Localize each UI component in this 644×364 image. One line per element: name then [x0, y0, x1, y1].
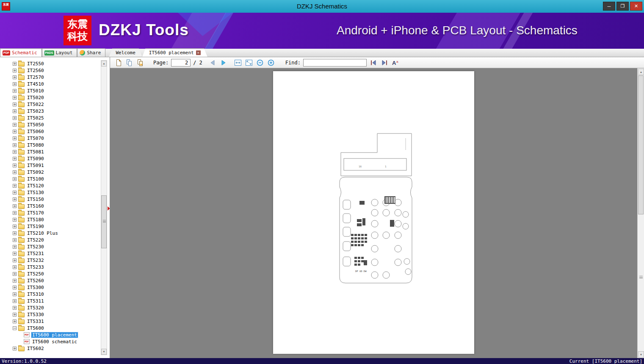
previous-page-icon[interactable]: [208, 58, 217, 67]
tree-item-it5070[interactable]: +IT5070: [0, 135, 100, 142]
find-input[interactable]: [303, 59, 367, 67]
tree-item-it5020[interactable]: +IT5020: [0, 94, 100, 101]
expand-icon[interactable]: +: [13, 306, 17, 310]
tree-item-it5180[interactable]: +IT5180: [0, 216, 100, 223]
scroll-up-icon[interactable]: ▲: [101, 61, 107, 67]
tree-item-it5331[interactable]: +IT5331: [0, 318, 100, 325]
expand-icon[interactable]: +: [13, 116, 17, 120]
fit-page-icon[interactable]: [245, 58, 253, 67]
expand-icon[interactable]: +: [13, 245, 17, 249]
tree-item-it5330[interactable]: +IT5330: [0, 311, 100, 318]
expand-icon[interactable]: +: [13, 258, 17, 262]
tree-item-it5160[interactable]: +IT5160: [0, 203, 100, 209]
tree-item-it5022[interactable]: +IT5022: [0, 101, 100, 108]
single-page-icon[interactable]: [114, 58, 123, 67]
expand-icon[interactable]: +: [13, 299, 17, 303]
zoom-in-icon[interactable]: [267, 58, 275, 67]
expand-icon[interactable]: +: [13, 123, 17, 127]
close-button[interactable]: ✕: [630, 2, 642, 11]
next-page-icon[interactable]: [219, 58, 228, 67]
tree-item-it5260[interactable]: +IT5260: [0, 277, 100, 284]
close-tab-icon[interactable]: ✕: [196, 50, 201, 55]
expand-icon[interactable]: +: [13, 62, 17, 66]
tree-item-it5091[interactable]: +IT5091: [0, 162, 100, 169]
tree-item-it5023[interactable]: +IT5023: [0, 108, 100, 114]
tree-item-it5170[interactable]: +IT5170: [0, 209, 100, 216]
pdf-viewer[interactable]: 16 1 DP OD DW ▲ ▼: [110, 68, 644, 358]
tree-item-it5092[interactable]: +IT5092: [0, 169, 100, 175]
tree-item-it5130[interactable]: +IT5130: [0, 189, 100, 196]
doc-tab-it5600-placement[interactable]: IT5600 placement✕: [142, 48, 207, 57]
expand-icon[interactable]: +: [13, 136, 17, 140]
expand-icon[interactable]: +: [13, 177, 17, 181]
expand-icon[interactable]: +: [13, 265, 17, 269]
expand-icon[interactable]: +: [13, 313, 17, 317]
page-number-input[interactable]: [171, 59, 191, 67]
tree-item-it5025[interactable]: +IT5025: [0, 114, 100, 121]
copy-pages-icon[interactable]: [125, 58, 134, 67]
expand-icon[interactable]: +: [13, 103, 17, 106]
expand-icon[interactable]: +: [13, 109, 17, 113]
tree-item-it5080[interactable]: +IT5080: [0, 142, 100, 148]
expand-icon[interactable]: +: [13, 69, 17, 72]
tab-layout[interactable]: PADSLayout: [42, 48, 77, 57]
find-previous-icon[interactable]: [369, 58, 378, 67]
tree-item-it5600-schematic[interactable]: PDFIT5600 schematic: [0, 338, 100, 345]
sidebar-scrollbar[interactable]: ▲ ▼: [101, 60, 107, 355]
snapshot-icon[interactable]: [136, 58, 145, 67]
tree-item-it5081[interactable]: +IT5081: [0, 148, 100, 155]
tree-item-it5231[interactable]: +IT5231: [0, 250, 100, 257]
expand-icon[interactable]: +: [13, 272, 17, 276]
tree-item-it5300[interactable]: +IT5300: [0, 284, 100, 291]
tree-item-it5233[interactable]: +IT5233: [0, 264, 100, 270]
maximize-button[interactable]: ❐: [616, 2, 629, 11]
tree-item-it5311[interactable]: +IT5311: [0, 297, 100, 304]
minimize-button[interactable]: ─: [603, 2, 615, 11]
tab-schematic[interactable]: PDFSchematic: [0, 48, 42, 57]
font-size-icon[interactable]: Aa: [391, 58, 400, 67]
expand-icon[interactable]: +: [13, 89, 17, 93]
tree-item-it5060[interactable]: +IT5060: [0, 128, 100, 135]
collapse-icon[interactable]: −: [13, 326, 17, 330]
expand-icon[interactable]: +: [13, 225, 17, 228]
expand-icon[interactable]: +: [13, 218, 17, 222]
expand-icon[interactable]: +: [13, 130, 17, 133]
tree-item-it5090[interactable]: +IT5090: [0, 155, 100, 162]
tree-item-it5120[interactable]: +IT5120: [0, 182, 100, 189]
tree-item-it2550[interactable]: +IT2550: [0, 60, 100, 67]
viewer-scrollbar[interactable]: ▲ ▼: [637, 68, 644, 358]
expand-icon[interactable]: +: [13, 143, 17, 147]
expand-icon[interactable]: +: [13, 197, 17, 201]
tree-item-it5100[interactable]: +IT5100: [0, 175, 100, 182]
tab-share[interactable]: Share: [77, 48, 105, 57]
expand-icon[interactable]: +: [13, 204, 17, 208]
tree-item-it5220[interactable]: +IT5220: [0, 236, 100, 243]
scroll-up-icon[interactable]: ▲: [638, 69, 644, 75]
expand-icon[interactable]: +: [13, 184, 17, 188]
tree-item-it5320[interactable]: +IT5320: [0, 304, 100, 311]
expand-icon[interactable]: +: [13, 157, 17, 161]
expand-icon[interactable]: +: [13, 211, 17, 215]
sidebar-scroll-thumb[interactable]: [101, 195, 107, 248]
tree-item-it5232[interactable]: +IT5232: [0, 257, 100, 264]
expand-icon[interactable]: +: [13, 164, 17, 167]
expand-icon[interactable]: +: [13, 238, 17, 242]
tree-item-it5150[interactable]: +IT5150: [0, 196, 100, 203]
expand-icon[interactable]: +: [13, 191, 17, 195]
tree-item-it5210-plus[interactable]: +IT5210 Plus: [0, 230, 100, 236]
tree-item-it5600[interactable]: −IT5600: [0, 325, 100, 331]
viewer-scroll-thumb[interactable]: [638, 75, 644, 214]
tree-item-it2560[interactable]: +IT2560: [0, 67, 100, 74]
tree-item-it4510[interactable]: +IT4510: [0, 81, 100, 87]
doc-tab-welcome[interactable]: Welcome: [109, 48, 142, 57]
expand-icon[interactable]: +: [13, 96, 17, 100]
tree-item-it5600-placement[interactable]: PDFIT5600 placement: [0, 331, 100, 338]
expand-icon[interactable]: +: [13, 170, 17, 174]
scroll-down-icon[interactable]: ▼: [638, 351, 644, 358]
tree-item-it5230[interactable]: +IT5230: [0, 243, 100, 250]
tree-item-it5190[interactable]: +IT5190: [0, 223, 100, 230]
expand-icon[interactable]: +: [13, 347, 17, 350]
expand-icon[interactable]: +: [13, 252, 17, 256]
expand-icon[interactable]: +: [13, 279, 17, 283]
tree-item-it2570[interactable]: +IT2570: [0, 74, 100, 81]
